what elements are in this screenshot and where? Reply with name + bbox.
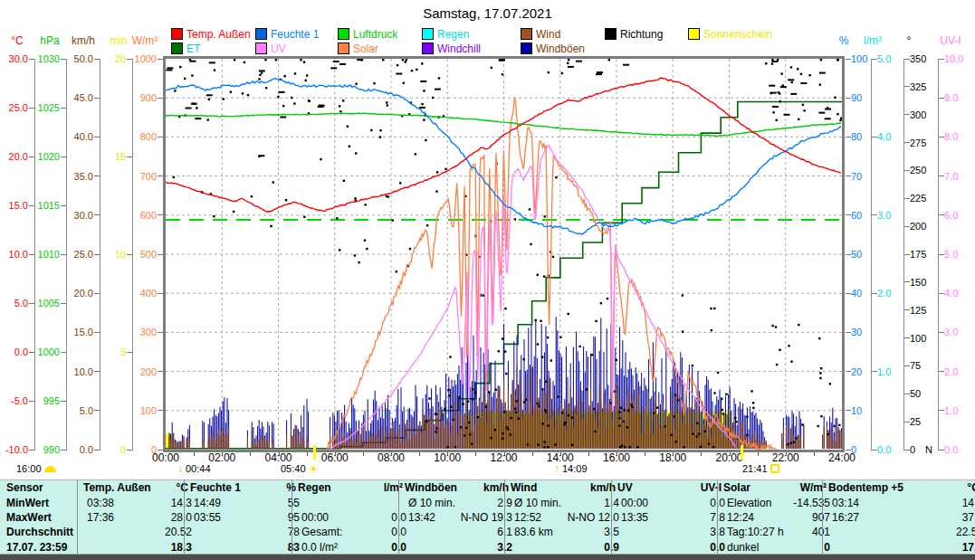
table-separator (822, 479, 823, 554)
direction-dash (499, 59, 505, 61)
axis-tick-label-luftdruck: 1025 (30, 102, 60, 113)
time-hour-tick (673, 452, 674, 456)
direction-dot (541, 388, 543, 390)
direction-dot (406, 59, 407, 61)
direction-dot (503, 411, 505, 413)
direction-dot (179, 66, 181, 68)
direction-dot (752, 402, 754, 403)
direction-dash (167, 67, 173, 69)
axis-tick-label-luftdruck: 1030 (30, 53, 60, 64)
legend-label: UV (271, 43, 286, 55)
direction-dot (561, 72, 563, 74)
direction-dot (750, 390, 752, 392)
direction-dot (775, 326, 777, 327)
table-row-label: 17.07. 23:59 (1, 540, 87, 555)
direction-dot (402, 59, 404, 61)
direction-dot (265, 87, 267, 89)
time-hour-tick (532, 452, 533, 456)
direction-dash (330, 67, 337, 69)
direction-dot (304, 80, 306, 81)
table-cell: 17.2 (823, 540, 975, 555)
direction-dot (404, 61, 406, 62)
moonrise-time: 14:09 (562, 463, 588, 474)
direction-dash (339, 63, 346, 65)
direction-dot (802, 104, 804, 106)
direction-dash (435, 89, 441, 90)
axis-tick-label-temp: 25.0 (0, 102, 28, 113)
direction-dot (722, 413, 724, 414)
direction-dot (343, 180, 345, 182)
table-cell: Tag:10:27 h401 (718, 525, 836, 539)
direction-dot (306, 74, 308, 76)
moonset-arrow-icon: ↓ (177, 464, 183, 474)
direction-dot (507, 428, 509, 430)
direction-dot (797, 68, 798, 70)
table-cell: 12:52N-NO 12.0 (505, 510, 625, 525)
direction-dash (790, 93, 797, 95)
legend-label: Luftdruck (353, 28, 397, 41)
axis-tick-label-richtung: 125 (910, 305, 940, 316)
axis-unit-feuchte: % (832, 34, 856, 47)
direction-dot (820, 415, 822, 417)
direction-dot (264, 59, 266, 61)
footer-bar (0, 554, 975, 560)
direction-dot (525, 398, 527, 400)
axis-tick-label-richtung: 150 (910, 277, 940, 288)
direction-dot (779, 349, 780, 351)
direction-dash (419, 107, 425, 109)
direction-dot (818, 337, 820, 339)
direction-dot (514, 408, 516, 410)
sunrise-time: 05:40 (281, 463, 306, 474)
direction-dot (568, 313, 569, 315)
axis-tick-label-richtung: 200 (910, 221, 940, 232)
axis-tick-label-temp: 10.0 (0, 249, 28, 260)
column-name: UV (617, 481, 633, 494)
table-header-cell: Bodentemp +5°C (823, 480, 975, 495)
axis-tick-label-sonnenschein: 20 (96, 53, 126, 64)
legend-swatch-icon (338, 28, 349, 40)
direction-dot (364, 204, 366, 205)
time-hour-tick (560, 452, 561, 456)
axis-tick-wind (94, 176, 100, 176)
axis-tick-luftdruck (61, 401, 66, 402)
legend-swatch-icon (605, 28, 617, 40)
direction-dot (436, 171, 438, 173)
direction-dot (347, 125, 349, 127)
time-hour-tick (730, 452, 731, 456)
legend-label: Richtung (620, 28, 663, 41)
direction-dot (387, 195, 388, 197)
legend-label: Windchill (437, 43, 481, 55)
direction-dot (435, 190, 437, 192)
axis-tick-label-temp: -5.0 (0, 395, 28, 406)
axis-tick-label-feuchte: 90 (851, 92, 881, 103)
legend-item-uv: UV (255, 43, 286, 54)
direction-dot (746, 434, 748, 436)
direction-dot (421, 103, 423, 105)
direction-dot (775, 119, 777, 121)
axis-tick-label-wind: 20.0 (63, 288, 93, 299)
table-separator (717, 479, 718, 554)
direction-dot (379, 129, 381, 131)
table-cell: Elevation-14.535 (718, 495, 836, 509)
table-separator (292, 479, 292, 554)
direction-dot (653, 412, 655, 413)
sunset-time: 21:41 (742, 463, 768, 474)
cell-time: 12:24 (727, 511, 754, 524)
legend-swatch-icon (422, 43, 434, 54)
table-cell: dunkel0 (718, 540, 836, 555)
direction-dot (370, 129, 372, 131)
direction-dash (818, 112, 825, 114)
axis-tick-label-uv: 7.0 (944, 171, 974, 182)
axis-tick-wind (94, 214, 100, 215)
axis-tick-label-sonnenschein: 0 (96, 444, 126, 455)
axis-tick-label-uv: 1.0 (944, 405, 974, 416)
direction-dot (502, 437, 503, 439)
legend-swatch-icon (255, 28, 267, 40)
axis-tick-wind (94, 410, 100, 411)
axis-tick-label-luftdruck: 1020 (30, 151, 60, 162)
cell-time: Ø 10 min. (514, 497, 561, 509)
legend-swatch-icon (521, 43, 532, 54)
direction-dot (840, 118, 842, 119)
direction-dot (735, 421, 737, 422)
axis-tick-wind (94, 332, 100, 333)
